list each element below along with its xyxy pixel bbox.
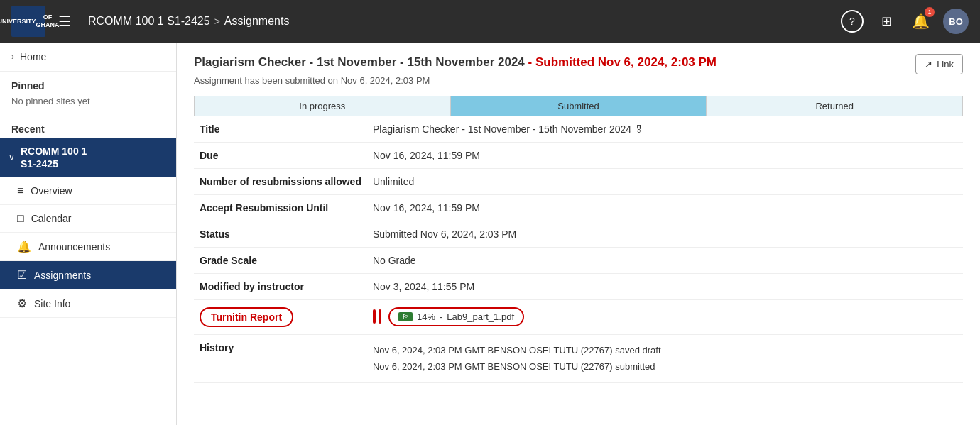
table-row: Accept Resubmission Until Nov 16, 2024, …	[194, 194, 963, 221]
row-label-status: Status	[194, 221, 367, 247]
table-row: Modified by instructor Nov 3, 2024, 11:5…	[194, 273, 963, 299]
turnitin-label-cell: Turnitin Report	[194, 299, 367, 334]
sidebar-item-siteinfo[interactable]: ⚙ Site Info	[0, 289, 176, 318]
course-name: RCOMM 100 1 S1-2425	[21, 145, 87, 170]
status-returned: Returned	[707, 96, 962, 116]
assignments-icon: ☑	[17, 268, 27, 282]
turnitin-bars	[373, 309, 381, 324]
nav-icons: ? ⊞ 🔔 1 BO	[841, 9, 969, 34]
submitted-status-text: - Submitted Nov 6, 2024, 2:03 PM	[528, 55, 717, 69]
row-label-due: Due	[194, 142, 367, 168]
row-label-modified: Modified by instructor	[194, 273, 367, 299]
turnitin-report-link[interactable]: Turnitin Report	[200, 307, 293, 327]
top-navigation: UNIVERSITY OF GHANA ☰ RCOMM 100 1 S1-242…	[0, 0, 980, 43]
sidebar-course-item[interactable]: ∨ RCOMM 100 1 S1-2425	[0, 138, 176, 177]
calendar-label: Calendar	[31, 213, 72, 224]
breadcrumb: RCOMM 100 1 S1-2425 > Assignments	[88, 15, 841, 28]
course-code-breadcrumb: RCOMM 100 1 S1-2425	[88, 15, 210, 28]
user-avatar[interactable]: BO	[943, 9, 969, 34]
pinned-section-label: Pinned	[0, 72, 176, 94]
history-value-cell: Nov 6, 2024, 2:03 PM GMT BENSON OSEI TUT…	[367, 334, 963, 382]
table-row: Status Submitted Nov 6, 2024, 2:03 PM	[194, 221, 963, 247]
row-value-due: Nov 16, 2024, 11:59 PM	[367, 142, 963, 168]
overview-label: Overview	[31, 185, 72, 197]
history-text: Nov 6, 2024, 2:03 PM GMT BENSON OSEI TUT…	[373, 342, 957, 375]
main-layout: › Home Pinned No pinned sites yet Recent…	[0, 43, 980, 425]
grid-button[interactable]: ⊞	[875, 10, 898, 33]
sidebar: › Home Pinned No pinned sites yet Recent…	[0, 43, 177, 425]
status-in-progress: In progress	[195, 96, 451, 116]
sidebar-item-announcements[interactable]: 🔔 Announcements	[0, 233, 176, 261]
recent-section-label: Recent	[0, 115, 176, 138]
table-row: Grade Scale No Grade	[194, 247, 963, 273]
status-bar: In progress Submitted Returned	[194, 96, 963, 116]
content-area: ↗ Link Plagiarism Checker - 1st November…	[177, 43, 980, 425]
bar-1	[373, 309, 376, 324]
link-button[interactable]: ↗ Link	[915, 54, 963, 74]
history-line-2: Nov 6, 2024, 2:03 PM GMT BENSON OSEI TUT…	[373, 358, 957, 375]
sidebar-item-assignments[interactable]: ☑ Assignments	[0, 261, 176, 289]
announcements-label: Announcements	[38, 241, 110, 253]
row-value-modified: Nov 3, 2024, 11:55 PM	[367, 273, 963, 299]
assignments-label: Assignments	[34, 270, 91, 281]
sidebar-home-link[interactable]: › Home	[0, 43, 176, 72]
gear-icon: ⚙	[17, 297, 27, 310]
university-logo: UNIVERSITY OF GHANA	[11, 6, 45, 37]
notification-badge: 1	[925, 7, 935, 17]
history-row: History Nov 6, 2024, 2:03 PM GMT BENSON …	[194, 334, 963, 382]
history-label-cell: History	[194, 334, 367, 382]
sidebar-item-calendar[interactable]: □ Calendar	[0, 205, 176, 233]
chevron-down-icon: ∨	[9, 153, 15, 162]
row-label-grade-scale: Grade Scale	[194, 247, 367, 273]
details-table: Title Plagiarism Checker - 1st November …	[194, 116, 963, 383]
help-button[interactable]: ?	[841, 10, 864, 33]
row-value-grade-scale: No Grade	[367, 247, 963, 273]
assignment-title-static: Plagiarism Checker - 1st November - 15th…	[194, 55, 525, 69]
bar-2	[379, 309, 381, 324]
turnitin-filename: Lab9_part_1.pdf	[447, 311, 514, 322]
hamburger-menu[interactable]: ☰	[53, 10, 77, 33]
history-line-1: Nov 6, 2024, 2:03 PM GMT BENSON OSEI TUT…	[373, 342, 957, 358]
breadcrumb-separator: >	[214, 16, 220, 27]
current-page-breadcrumb: Assignments	[224, 15, 290, 28]
row-label-title: Title	[194, 116, 367, 143]
file-badge[interactable]: 🏳 14% - Lab9_part_1.pdf	[388, 307, 524, 326]
notifications-button[interactable]: 🔔 1	[909, 10, 932, 33]
row-label-resubmissions: Number of resubmissions allowed	[194, 168, 367, 194]
submission-note: Assignment has been submitted on Nov 6, …	[194, 75, 963, 86]
row-value-title: Plagiarism Checker - 1st November - 15th…	[367, 116, 963, 143]
chevron-right-icon: ›	[11, 52, 14, 62]
table-row: Number of resubmissions allowed Unlimite…	[194, 168, 963, 194]
sidebar-item-overview[interactable]: ≡ Overview	[0, 177, 176, 205]
list-icon: ≡	[17, 184, 23, 197]
logo-area: UNIVERSITY OF GHANA ☰	[11, 6, 77, 37]
row-value-resubmissions: Unlimited	[367, 168, 963, 194]
turnitin-value-cell: 🏳 14% - Lab9_part_1.pdf	[367, 299, 963, 334]
table-row: Title Plagiarism Checker - 1st November …	[194, 116, 963, 143]
pinned-empty-label: No pinned sites yet	[0, 94, 176, 115]
calendar-icon: □	[17, 212, 24, 225]
row-value-accept-resubmission: Nov 16, 2024, 11:59 PM	[367, 194, 963, 221]
turnitin-percent: 14%	[417, 311, 435, 322]
bell-icon: 🔔	[17, 240, 31, 253]
share-icon: ↗	[925, 59, 932, 70]
home-label: Home	[20, 51, 46, 62]
turnitin-content: 🏳 14% - Lab9_part_1.pdf	[373, 307, 957, 326]
turnitin-row: Turnitin Report 🏳 14% -	[194, 299, 963, 334]
page-title: Plagiarism Checker - 1st November - 15th…	[194, 54, 963, 71]
row-label-accept-resubmission: Accept Resubmission Until	[194, 194, 367, 221]
file-flag-icon: 🏳	[398, 312, 413, 321]
row-value-status: Submitted Nov 6, 2024, 2:03 PM	[367, 221, 963, 247]
siteinfo-label: Site Info	[34, 298, 70, 309]
table-row: Due Nov 16, 2024, 11:59 PM	[194, 142, 963, 168]
status-submitted: Submitted	[451, 96, 707, 116]
